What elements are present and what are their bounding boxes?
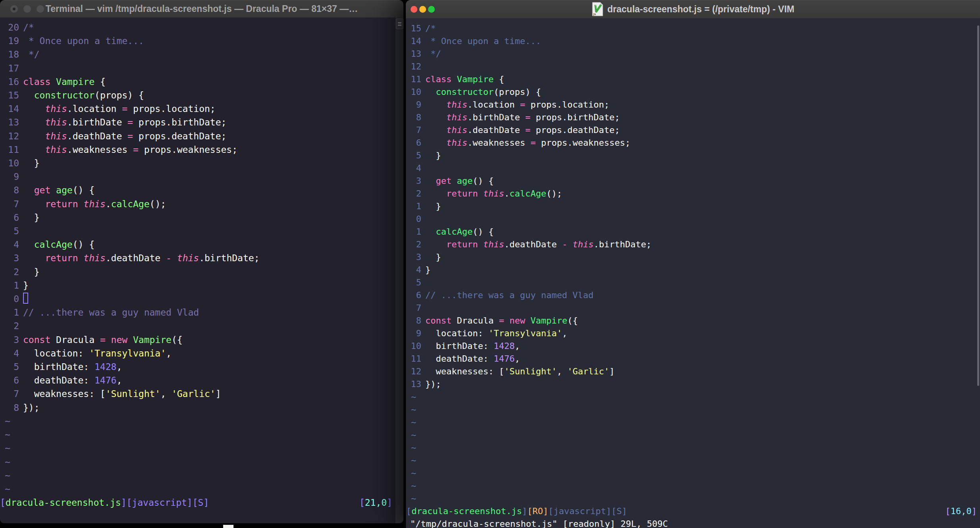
- line-number: 13: [406, 378, 421, 391]
- code-line[interactable]: 19 * Once upon a time...: [0, 34, 395, 48]
- code-line[interactable]: 2 return this.deathDate - this.birthDate…: [406, 238, 980, 251]
- code-token: ]: [610, 366, 615, 376]
- code-line[interactable]: 1 }: [406, 200, 980, 213]
- line-number: 1: [406, 225, 421, 238]
- code-text: [19, 62, 23, 75]
- code-line[interactable]: 4}: [406, 264, 980, 276]
- code-token: [425, 227, 436, 237]
- code-line[interactable]: 4 location: 'Transylvania',: [0, 347, 395, 360]
- code-line[interactable]: 3const Dracula = new Vampire({: [0, 333, 395, 347]
- code-line[interactable]: 2 }: [0, 265, 395, 279]
- code-line[interactable]: 6 }: [0, 211, 395, 224]
- macvim-titlebar[interactable]: js dracula-screenshot.js = (/private/tmp…: [406, 0, 980, 19]
- code-line[interactable]: 13 */: [406, 48, 980, 60]
- code-line[interactable]: 1// ...there was a guy named Vlad: [0, 306, 395, 319]
- code-line[interactable]: 10 constructor(props) {: [406, 86, 980, 98]
- code-line[interactable]: 9 this.location = props.location;: [406, 98, 980, 111]
- close-button[interactable]: [10, 5, 18, 13]
- minimize-button[interactable]: [23, 5, 31, 13]
- code-line[interactable]: 11 deathDate: 1476,: [406, 353, 980, 365]
- code-line[interactable]: 4: [406, 162, 980, 175]
- code-line[interactable]: 13 this.birthDate = props.birthDate;: [0, 116, 395, 129]
- code-line[interactable]: 17: [0, 62, 395, 75]
- code-line[interactable]: 0: [0, 292, 395, 306]
- code-line[interactable]: 8const Dracula = new Vampire({: [406, 314, 980, 327]
- code-token: [425, 100, 446, 110]
- code-text: }: [421, 251, 441, 264]
- code-line[interactable]: 16class Vampire {: [0, 75, 395, 89]
- zoom-button[interactable]: [428, 6, 435, 13]
- scrollbar-thumb[interactable]: [977, 25, 979, 386]
- code-line[interactable]: 7 weaknesses: ['Sunlight', 'Garlic']: [0, 387, 395, 401]
- code-line[interactable]: 6 deathDate: 1476,: [0, 374, 395, 387]
- code-line[interactable]: 5: [406, 276, 980, 289]
- code-line[interactable]: 9 location: 'Transylvania',: [406, 327, 980, 340]
- code-line[interactable]: 0: [406, 213, 980, 225]
- code-line[interactable]: 12 weaknesses: ['Sunlight', 'Garlic']: [406, 365, 980, 378]
- code-line[interactable]: 7 this.deathDate = props.deathDate;: [406, 124, 980, 137]
- code-text: this.birthDate = props.birthDate;: [421, 111, 620, 124]
- code-token: props.weaknesses;: [536, 138, 630, 148]
- code-text: this.location = props.location;: [19, 102, 216, 116]
- vim-buffer[interactable]: 15/*14 * Once upon a time...13 */1211cla…: [406, 18, 980, 528]
- code-line[interactable]: 7: [406, 302, 980, 314]
- code-token: .deathDate: [106, 253, 166, 263]
- code-line[interactable]: 14 * Once upon a time...: [406, 35, 980, 48]
- code-line[interactable]: 1}: [0, 279, 395, 292]
- code-text: /*: [421, 22, 436, 35]
- code-text: weaknesses: ['Sunlight', 'Garlic']: [421, 365, 615, 378]
- vim-buffer[interactable]: 20/*19 * Once upon a time...18 */1716cla…: [0, 17, 395, 523]
- code-line[interactable]: 18 */: [0, 48, 395, 61]
- code-line[interactable]: 10 birthDate: 1428,: [406, 340, 980, 353]
- code-token: [425, 87, 436, 97]
- code-line[interactable]: 8 get age() {: [0, 183, 395, 197]
- code-line[interactable]: 8 this.birthDate = props.birthDate;: [406, 111, 980, 124]
- tilde-marker: ~: [406, 391, 416, 403]
- code-line[interactable]: 11 this.weaknesses = props.weaknesses;: [0, 143, 395, 156]
- code-line[interactable]: 9: [0, 170, 395, 183]
- zoom-button[interactable]: [37, 5, 44, 13]
- code-line[interactable]: 7 return this.calcAge();: [0, 197, 395, 211]
- code-line[interactable]: 20/*: [0, 21, 395, 34]
- tilde-marker: ~: [406, 416, 416, 429]
- code-line[interactable]: 8});: [0, 401, 395, 414]
- code-line[interactable]: 6 this.weaknesses = props.weaknesses;: [406, 137, 980, 149]
- code-token: props.location;: [127, 104, 216, 114]
- code-text: return this.deathDate - this.birthDate;: [421, 238, 652, 251]
- code-token: ({: [172, 335, 183, 345]
- code-line[interactable]: 3 get age() {: [406, 175, 980, 187]
- terminal-scrollbar-track[interactable]: [395, 17, 403, 523]
- code-token: [23, 145, 45, 155]
- code-line[interactable]: 15/*: [406, 22, 980, 35]
- code-line[interactable]: 5: [0, 224, 395, 238]
- code-line[interactable]: 5 }: [406, 149, 980, 162]
- minimize-button[interactable]: [419, 6, 426, 13]
- code-line[interactable]: 3 }: [406, 251, 980, 264]
- code-line[interactable]: 2: [0, 319, 395, 333]
- line-number: 4: [406, 264, 421, 276]
- code-line[interactable]: 6// ...there was a guy named Vlad: [406, 289, 980, 302]
- code-line[interactable]: 2 return this.calcAge();: [406, 187, 980, 200]
- split-pane-icon: [398, 25, 401, 26]
- code-token: props.location;: [525, 100, 610, 110]
- code-line[interactable]: 13});: [406, 378, 980, 391]
- code-line[interactable]: 14 this.location = props.location;: [0, 102, 395, 116]
- code-text: get age() {: [19, 183, 95, 197]
- code-line[interactable]: 1 calcAge() {: [406, 225, 980, 238]
- code-line[interactable]: 4 calcAge() {: [0, 238, 395, 251]
- split-pane-button[interactable]: [396, 19, 403, 29]
- code-line[interactable]: 11class Vampire {: [406, 73, 980, 86]
- terminal-titlebar[interactable]: Terminal — vim /tmp/dracula-screenshot.j…: [0, 0, 403, 18]
- line-number: 10: [406, 86, 421, 98]
- code-line[interactable]: 5 birthDate: 1428,: [0, 360, 395, 374]
- code-token: [23, 90, 34, 100]
- code-token: [425, 125, 446, 135]
- code-line[interactable]: 12: [406, 60, 980, 73]
- code-line[interactable]: 3 return this.deathDate - this.birthDate…: [0, 251, 395, 265]
- code-line[interactable]: 10 }: [0, 156, 395, 170]
- close-button[interactable]: [411, 6, 417, 13]
- line-number: 7: [406, 302, 421, 314]
- code-line[interactable]: 15 constructor(props) {: [0, 89, 395, 102]
- code-token: }: [425, 265, 430, 275]
- code-line[interactable]: 12 this.deathDate = props.deathDate;: [0, 129, 395, 143]
